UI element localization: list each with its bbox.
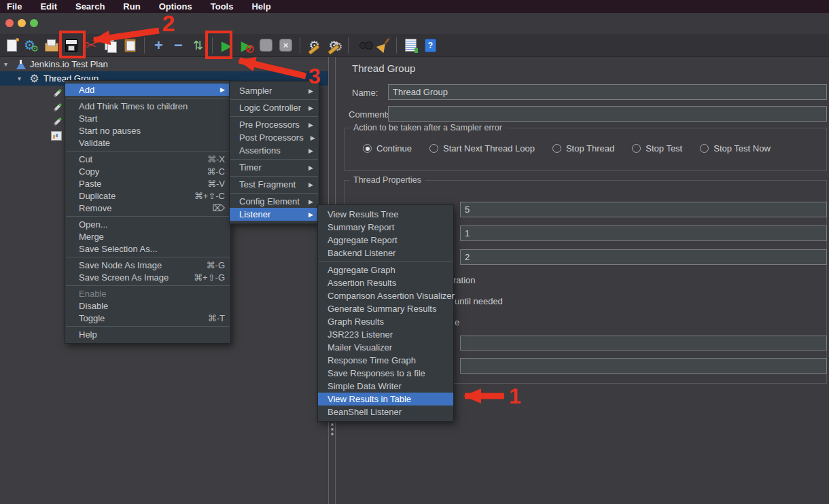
shutdown-icon[interactable] [277,37,294,54]
menu-item-disable[interactable]: Disable ▶ [65,300,230,312]
expander-icon[interactable]: ▾ [4,60,15,68]
submenu-item-timer[interactable]: Timer ▶ [230,161,319,174]
zoom-button[interactable] [30,19,38,27]
listener-item-aggregate-report[interactable]: Aggregate Report [318,234,453,247]
toggle-icon[interactable] [190,37,207,54]
copy-icon[interactable] [102,37,119,54]
menu-item-save-selection-as[interactable]: Save Selection As... ▶ [65,242,230,255]
loop-count-field[interactable] [460,249,827,265]
listener-item-mailer-visualizer[interactable]: Mailer Visualizer [318,341,453,354]
listener-item-summary-report[interactable]: Summary Report [318,221,453,234]
open-file-icon[interactable] [43,37,60,54]
listener-item-generate-summary-results[interactable]: Generate Summary Results [318,302,453,315]
close-button[interactable] [5,19,14,27]
listener-item-save-responses-to-a-file[interactable]: Save Responses to a file [318,367,453,380]
submenu-item-config-element[interactable]: Config Element ▶ [230,195,319,208]
function-helper-icon[interactable] [402,37,419,54]
reset-search-icon[interactable] [374,37,391,54]
new-test-plan-icon[interactable] [3,37,20,54]
split-divider-grip[interactable] [329,420,335,438]
submenu-item-sampler[interactable]: Sampler ▶ [230,84,319,97]
listener-item-aggregate-graph[interactable]: Aggregate Graph [318,264,453,276]
menu-item-start[interactable]: Start ▶ [65,112,230,124]
menu-item-help[interactable]: Help ▶ [65,328,230,340]
separator [230,97,319,101]
listener-item-backend-listener[interactable]: Backend Listener [318,247,453,259]
menubar-item-search[interactable]: Search [75,1,105,12]
menu-item-copy[interactable]: Copy ⌘-C ▶ [65,165,230,177]
menu-item-add[interactable]: Add ▶ [65,84,230,96]
start-no-pauses-icon[interactable] [238,37,255,54]
menu-item-open[interactable]: Open... ▶ [65,218,230,230]
submenu-item-assertions[interactable]: Assertions ▶ [230,144,319,157]
save-icon[interactable] [63,37,80,54]
submenu-item-post-processors[interactable]: Post Processors ▶ [230,131,319,144]
menu-item-enable[interactable]: Enable ▶ [65,287,230,300]
menu-item-remove[interactable]: Remove ⌦ ▶ [65,202,230,214]
menu-item-save-screen-as-image[interactable]: Save Screen As Image ⌘+⇧-G ▶ [65,271,230,283]
menubar-item-tools[interactable]: Tools [211,1,234,12]
listener-item-view-results-in-table[interactable]: View Results in Table [318,393,453,406]
name-field[interactable] [388,84,827,100]
menubar-item-file[interactable]: File [7,1,22,12]
clear-icon[interactable] [306,37,323,54]
submenu-item-logic-controller[interactable]: Logic Controller ▶ [230,101,319,114]
listener-item-jsr223-listener[interactable]: JSR223 Listener [318,328,453,341]
radio-stop-test[interactable]: Stop Test [632,143,682,154]
help-icon[interactable] [422,37,439,54]
expand-all-icon[interactable] [150,37,167,54]
menu-item-start-no-pauses[interactable]: Start no pauses ▶ [65,124,230,137]
menubar-item-edit[interactable]: Edit [40,1,57,12]
tree-node-jenkins-io-test-plan[interactable]: ▾ Jenkins.io Test Plan [0,57,328,71]
stop-icon[interactable] [258,37,275,54]
startup-delay-field[interactable] [460,358,827,374]
search-icon[interactable] [354,37,371,54]
minimize-button[interactable] [18,19,26,27]
comments-field[interactable] [388,106,827,122]
menu-item-toggle[interactable]: Toggle ⌘-T ▶ [65,312,230,324]
separator [65,149,230,153]
submenu-arrow-icon: ▶ [308,164,313,171]
menubar-item-help[interactable]: Help [251,1,270,12]
listener-item-view-results-tree[interactable]: View Results Tree [318,208,453,221]
radio-start-next-thread-loop[interactable]: Start Next Thread Loop [429,143,535,154]
listener-item-graph-results[interactable]: Graph Results [318,315,453,328]
number-of-threads-field[interactable] [460,202,827,217]
menu-item-merge[interactable]: Merge ▶ [65,230,230,242]
radio-stop-test-now[interactable]: Stop Test Now [700,143,771,154]
listener-item-comparison-assertion-visualizer[interactable]: Comparison Assertion Visualizer [318,289,453,302]
submenu-item-listener[interactable]: Listener ▶ [230,208,319,221]
menubar-item-run[interactable]: Run [123,1,140,12]
collapse-all-icon[interactable] [170,37,187,54]
menu-item-duplicate[interactable]: Duplicate ⌘+⇧-C ▶ [65,190,230,202]
listener-item-assertion-results[interactable]: Assertion Results [318,276,453,289]
menu-item-cut[interactable]: Cut ⌘-X ▶ [65,153,230,165]
menu-item-save-node-as-image[interactable]: Save Node As Image ⌘-G ▶ [65,259,230,271]
menu-item-add-think-times-to-children[interactable]: Add Think Times to children ▶ [65,100,230,112]
submenu-arrow-icon: ▶ [308,198,313,205]
shortcut-label: ⌦ [213,203,225,213]
radio-continue[interactable]: Continue [363,143,412,154]
clear-all-icon[interactable] [325,37,342,54]
cut-icon[interactable] [82,37,99,54]
radio-stop-thread[interactable]: Stop Thread [552,143,614,154]
radio-icon [363,144,372,153]
paste-icon[interactable] [122,37,139,54]
node-label: Jenkins.io Test Plan [30,59,108,69]
separator [300,37,300,54]
ramp-up-period-field[interactable] [460,226,827,241]
expander-icon[interactable]: ▾ [18,75,29,82]
templates-icon[interactable] [23,37,40,54]
radio-icon [700,144,709,153]
listener-item-response-time-graph[interactable]: Response Time Graph [318,354,453,367]
listener-item-simple-data-writer[interactable]: Simple Data Writer [318,380,453,393]
submenu-item-test-fragment[interactable]: Test Fragment ▶ [230,178,319,191]
node-icon [29,73,40,84]
start-icon[interactable] [218,37,235,54]
menu-item-paste[interactable]: Paste ⌘-V ▶ [65,177,230,190]
submenu-item-pre-processors[interactable]: Pre Processors ▶ [230,118,319,131]
duration-field[interactable] [460,336,827,350]
menu-item-validate[interactable]: Validate ▶ [65,137,230,149]
listener-item-beanshell-listener[interactable]: BeanShell Listener [318,406,453,418]
menubar-item-options[interactable]: Options [159,1,192,12]
